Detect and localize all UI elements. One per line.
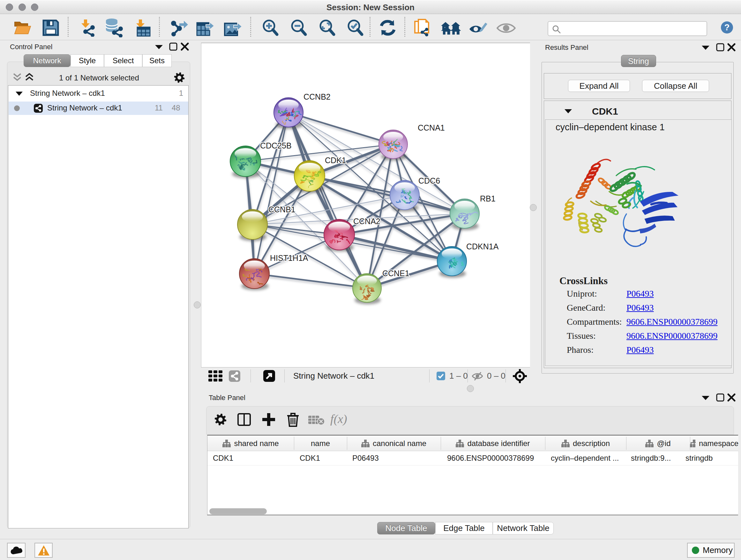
svg-text:CCNB1: CCNB1: [268, 205, 295, 214]
svg-text:CDK1: CDK1: [325, 156, 346, 165]
svg-text:CDKN1A: CDKN1A: [466, 242, 499, 251]
svg-text:HIST1H1A: HIST1H1A: [270, 253, 308, 262]
svg-text:CCNB2: CCNB2: [304, 92, 331, 101]
svg-text:?: ?: [724, 23, 730, 32]
svg-text:CCNA2: CCNA2: [353, 217, 381, 226]
svg-text:CDC6: CDC6: [418, 176, 440, 185]
svg-text:CCNE1: CCNE1: [382, 269, 409, 278]
svg-text:CCNA1: CCNA1: [418, 123, 445, 132]
svg-text:RB1: RB1: [480, 194, 495, 203]
svg-text:CDC25B: CDC25B: [260, 141, 292, 150]
